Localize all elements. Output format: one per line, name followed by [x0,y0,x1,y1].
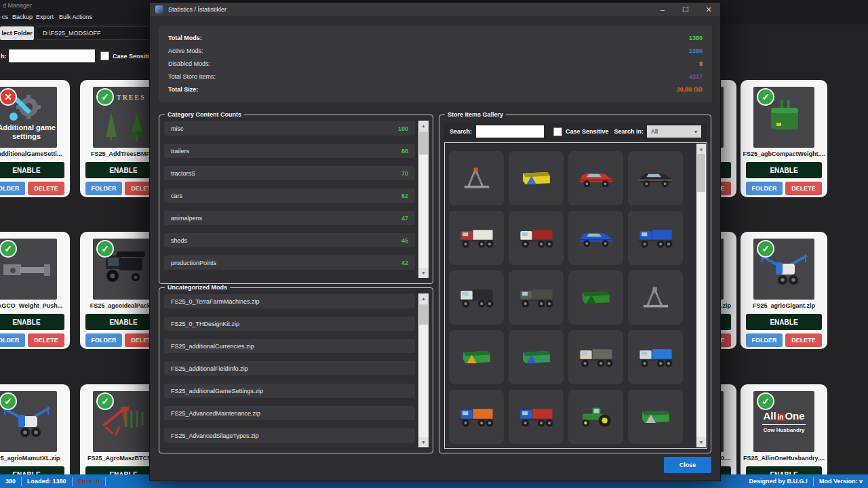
folder-button[interactable]: FOLDER [85,182,122,195]
dialog-titlebar[interactable]: Statistics / İstatistikler – ☐ ✕ [150,3,720,16]
gallery-item-weight-frame[interactable] [449,151,504,205]
enable-button[interactable]: ENABLE [746,314,822,330]
mod-card: ✓ FS25_agbCompactWeight.... ENABLE FOLDE… [741,80,827,197]
gallery-scrollbar[interactable]: ▲ ▼ [696,144,706,447]
delete-button[interactable]: DELETE [28,182,64,195]
category-row[interactable]: misc 100 [164,121,415,136]
mod-filename: FS25_additionalCurrencies.zip [171,343,254,350]
gallery-item-tan-truck[interactable] [568,330,623,384]
gallery-search-input[interactable] [476,125,544,138]
gallery-item-green-tractor[interactable] [568,390,623,444]
uncategorized-mod-row[interactable]: FS25_additionalGameSettings.zip [164,384,415,398]
gallery-search-label: Search: [450,128,472,135]
gallery-item-red-classic-car[interactable] [568,151,623,205]
gallery-item-green-container[interactable] [509,330,564,384]
folder-button[interactable]: FOLDER [85,333,122,347]
gallery-item-blue-pickup[interactable] [628,211,683,265]
stat-row: Total Mods: 1380 [159,31,712,44]
category-scrollbar[interactable]: ▲ ▼ [418,121,429,278]
gallery-item-white-semi-truck[interactable] [509,211,564,265]
scroll-up-icon[interactable]: ▲ [418,293,429,304]
gallery-item-blue-log-truck[interactable] [509,390,564,444]
folder-button[interactable]: FOLDER [746,333,783,347]
gallery-search-in-label: Search In: [614,128,644,135]
uncategorized-mod-row[interactable]: FS25_0_THDesignKit.zip [164,317,415,331]
stat-row: Total Store Items: 4317 [159,70,712,83]
delete-button[interactable]: DELETE [785,333,822,347]
gallery-item-green-planter[interactable] [568,270,623,325]
menu-item-backup[interactable]: Backup [12,14,33,20]
maximize-icon[interactable]: ☐ [674,3,697,16]
mod-card: ✓ S25_agrioMamutXL.zip ENABLE FOLDER DEL… [0,384,70,488]
delete-button[interactable]: DELETE [28,333,64,347]
enable-button[interactable]: ENABLE [746,162,822,178]
mod-filename: 5_AGCO_Weight_Push... [0,302,68,309]
scroll-thumb[interactable] [697,154,705,192]
uncategorized-mod-row[interactable]: FS25_additionalCurrencies.zip [164,339,415,353]
gallery-item-blue-suv[interactable] [568,211,623,265]
category-name: cars [171,192,182,199]
gallery-item-red-white-pickup[interactable] [449,211,504,265]
gallery-item-blue-orange-truck[interactable] [449,390,504,444]
stat-value: 1380 [689,47,703,54]
scroll-down-icon[interactable]: ▼ [418,268,429,278]
uncategorized-mod-row[interactable]: FS25_additionalFieldInfo.zip [164,361,415,375]
gallery-item-green-hopper[interactable] [628,390,683,444]
mod-filename: FS25_agbCompactWeight.... [742,150,826,157]
enabled-check-icon: ✓ [757,240,774,258]
select-folder-button[interactable]: lect Folder [0,26,34,40]
uncategorized-scrollbar[interactable]: ▲ ▼ [418,293,429,447]
menu-item-cs[interactable]: cs [2,14,8,20]
scroll-up-icon[interactable]: ▲ [696,144,706,154]
uncategorized-mod-row[interactable]: FS25_AdvancedSilageTypes.zip [164,428,415,443]
stat-row: Total Size: 30,88 GB [159,83,712,96]
app-case-sensitive-checkbox[interactable] [100,52,109,60]
category-name: animalpens [171,215,202,222]
gallery-item-green-leveler[interactable] [449,330,504,384]
category-row[interactable]: animalpens 47 [164,211,415,225]
category-count: 62 [401,192,408,199]
folder-button[interactable]: FOLDER [746,182,783,195]
scroll-thumb[interactable] [419,304,428,325]
mod-image-caption: Additional game settings [0,123,57,140]
search-in-dropdown[interactable]: All ▾ [647,125,701,138]
stats-summary-panel: Total Mods: 1380Active Mods: 1380Disable… [159,26,712,102]
gallery-item-gray-military-truck[interactable] [509,270,564,325]
menu-item-bulk-actions[interactable]: Bulk Actions [59,14,92,20]
folder-button[interactable]: FOLDER [0,182,25,195]
gallery-item-blue-dump-truck[interactable] [628,330,683,384]
gallery-case-sensitive-label: Case Sensitive [566,128,609,135]
scroll-up-icon[interactable]: ▲ [418,121,429,131]
category-row[interactable]: productionPoints 42 [164,256,415,270]
close-button[interactable]: Close [664,457,711,473]
scroll-down-icon[interactable]: ▼ [696,437,706,447]
statusbar-divider [105,477,106,486]
enable-button[interactable]: ENABLE [0,162,64,178]
stat-row: Disabled Mods: 0 [159,57,712,70]
uncategorized-mod-row[interactable]: FS25_AdvancedMaintenance.zip [164,406,415,420]
statusbar-segment: Loaded: 1380 [22,478,72,485]
gallery-box-title: Store Items Gallery [445,111,506,118]
enabled-check-icon: ✓ [0,240,17,258]
uncategorized-mod-row[interactable]: FS25_0_TerraFarmMachines.zip [164,294,415,308]
gallery-case-sensitive-checkbox[interactable] [553,127,562,136]
app-search-input[interactable] [9,49,95,62]
gallery-item-white-flatbed-truck[interactable] [449,270,504,325]
stat-value: 0 [699,60,703,67]
delete-button[interactable]: DELETE [785,182,822,195]
gallery-item-yellow-sprayer[interactable] [509,151,564,205]
category-row[interactable]: sheds 45 [164,233,415,247]
minimize-icon[interactable]: – [651,3,674,16]
category-row[interactable]: tractorsS 70 [164,166,415,180]
close-icon[interactable]: ✕ [697,3,720,16]
scroll-thumb[interactable] [419,131,428,155]
scroll-down-icon[interactable]: ▼ [418,437,429,447]
enable-button[interactable]: ENABLE [0,314,64,330]
folder-button[interactable]: FOLDER [0,333,25,347]
stat-value: 1380 [689,35,703,41]
category-row[interactable]: cars 62 [164,188,415,203]
category-row[interactable]: trailers 88 [164,144,415,158]
gallery-item-gray-frame[interactable] [628,270,683,325]
gallery-item-black-car[interactable] [628,151,683,205]
menu-item-export[interactable]: Export [36,14,54,20]
